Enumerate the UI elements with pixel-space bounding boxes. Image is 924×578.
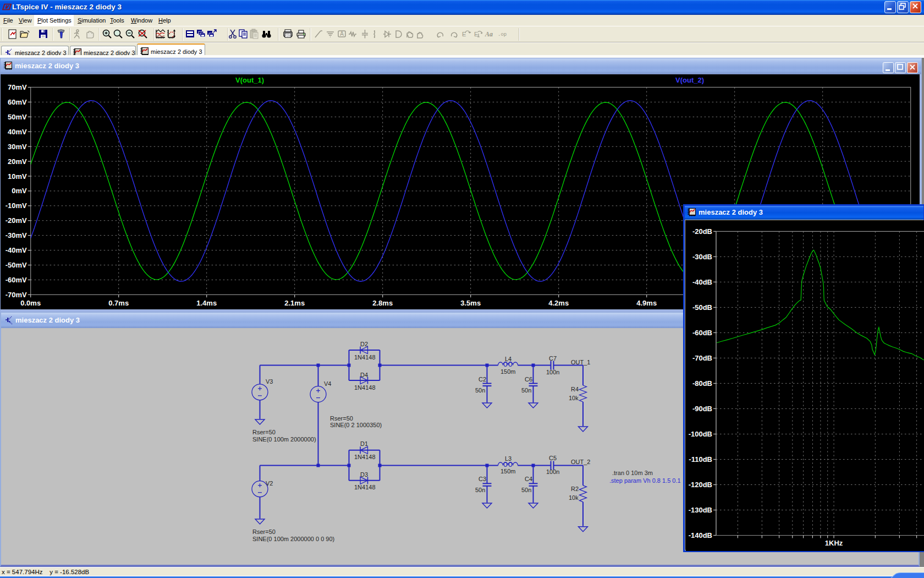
svg-text:70mV: 70mV (8, 83, 27, 91)
svg-text:-40dB: -40dB (692, 278, 712, 286)
svg-text:50n: 50n (475, 487, 485, 493)
svg-text:SINE(0 2 1000350): SINE(0 2 1000350) (330, 422, 382, 428)
svg-text:50n: 50n (521, 487, 531, 493)
svg-text:-10mV: -10mV (6, 201, 27, 210)
svg-text:V(out_1): V(out_1) (235, 76, 264, 84)
svg-text:-110dB: -110dB (689, 455, 712, 464)
svg-text:4.9ms: 4.9ms (636, 299, 657, 307)
svg-text:C6: C6 (525, 376, 532, 383)
svg-text:40mV: 40mV (8, 128, 27, 136)
svg-text:50n: 50n (475, 387, 485, 394)
svg-text:-30mV: -30mV (6, 231, 27, 239)
svg-text:R4: R4 (571, 386, 579, 392)
svg-text:50mV: 50mV (8, 113, 27, 121)
svg-text:60mV: 60mV (8, 98, 27, 106)
svg-text:C2: C2 (479, 376, 486, 383)
svg-text:20mV: 20mV (8, 157, 27, 166)
svg-text:0.0ms: 0.0ms (20, 299, 41, 307)
svg-text:50n: 50n (521, 387, 531, 394)
svg-text:0.7ms: 0.7ms (108, 299, 129, 307)
svg-text:1N4148: 1N4148 (354, 384, 376, 391)
svg-text:A: A (340, 31, 344, 37)
svg-text:-50mV: -50mV (6, 261, 27, 269)
svg-text:C7: C7 (549, 355, 557, 362)
svg-text:150m: 150m (501, 368, 516, 375)
svg-text:V3: V3 (266, 378, 273, 385)
svg-text:-30dB: -30dB (692, 253, 712, 261)
svg-text:4.2ms: 4.2ms (548, 299, 569, 307)
svg-text:D2: D2 (360, 341, 368, 347)
svg-text:D3: D3 (360, 471, 368, 478)
svg-text:1N4148: 1N4148 (354, 354, 376, 361)
svg-text:SINE(0 100m 2000000): SINE(0 100m 2000000) (252, 436, 316, 443)
svg-text:-100dB: -100dB (689, 430, 712, 438)
svg-text:2.8ms: 2.8ms (372, 299, 393, 307)
svg-text:OUT_1: OUT_1 (571, 359, 590, 366)
svg-text:100n: 100n (546, 468, 559, 475)
svg-text:100n: 100n (546, 369, 559, 375)
svg-text:V(out_2): V(out_2) (675, 76, 704, 84)
svg-text:.tran 0 10m 3m: .tran 0 10m 3m (612, 470, 653, 476)
svg-text:1N4148: 1N4148 (354, 454, 376, 460)
svg-text:-20dB: -20dB (692, 227, 712, 236)
svg-text:1N4148: 1N4148 (354, 484, 376, 490)
svg-text:.op: .op (498, 32, 507, 37)
svg-text:Aa: Aa (485, 30, 493, 38)
svg-text:OUT_2: OUT_2 (571, 459, 590, 465)
svg-text:150m: 150m (501, 468, 516, 475)
svg-text:-90dB: -90dB (692, 405, 712, 413)
svg-text:V4: V4 (324, 380, 331, 387)
svg-text:Rser=50: Rser=50 (330, 415, 353, 422)
svg-text:L3: L3 (505, 455, 512, 462)
svg-text:-70mV: -70mV (6, 291, 27, 299)
svg-text:-50dB: -50dB (692, 303, 712, 312)
svg-text:-80dB: -80dB (692, 379, 712, 388)
svg-text:Rser=50: Rser=50 (252, 429, 276, 435)
svg-text:D4: D4 (360, 372, 368, 378)
svg-text:Rser=50: Rser=50 (252, 528, 276, 535)
svg-text:0mV: 0mV (12, 187, 27, 195)
svg-text:.step param Vh 0.8 1.5 0.1: .step param Vh 0.8 1.5 0.1 (609, 477, 681, 484)
svg-text:1KHz: 1KHz (825, 539, 843, 547)
svg-text:C5: C5 (549, 455, 557, 461)
svg-text:10k: 10k (569, 494, 579, 501)
svg-text:-60dB: -60dB (692, 329, 712, 337)
svg-text:-70dB: -70dB (692, 354, 712, 362)
svg-text:-20mV: -20mV (6, 216, 27, 225)
svg-text:E: E (474, 31, 478, 37)
svg-text:L4: L4 (505, 356, 512, 362)
svg-text:3.5ms: 3.5ms (460, 299, 481, 307)
svg-text:2.1ms: 2.1ms (284, 299, 305, 307)
svg-text:10mV: 10mV (8, 172, 27, 181)
svg-text:-120dB: -120dB (689, 481, 712, 489)
svg-text:-60mV: -60mV (6, 276, 27, 284)
svg-text:V2: V2 (266, 480, 273, 487)
svg-text:C3: C3 (479, 476, 486, 482)
svg-text:10k: 10k (569, 395, 579, 401)
svg-text:30mV: 30mV (8, 143, 27, 151)
svg-text:-140dB: -140dB (689, 531, 712, 539)
svg-text:-40mV: -40mV (6, 246, 27, 254)
svg-text:D1: D1 (360, 440, 368, 447)
svg-text:1.4ms: 1.4ms (196, 299, 217, 307)
svg-text:SINE(0 100m 2000000 0 0 90): SINE(0 100m 2000000 0 0 90) (252, 536, 334, 542)
svg-text:C4: C4 (525, 476, 532, 482)
svg-text:R2: R2 (571, 486, 579, 492)
svg-text:-130dB: -130dB (689, 506, 712, 514)
